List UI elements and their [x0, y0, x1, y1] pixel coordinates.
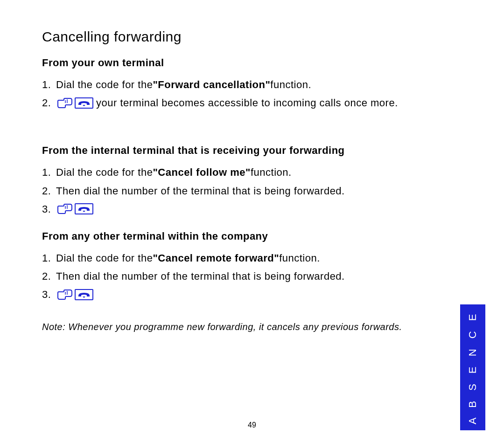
action-icons: [57, 289, 93, 300]
item-text: your terminal becomes accessible to inco…: [56, 95, 398, 111]
item-text: [56, 289, 96, 300]
list-item: 1.Dial the code for the "Cancel follow m…: [42, 164, 462, 180]
list-item: 2. your terminal becomes accessible to i…: [42, 95, 462, 111]
list-item: 2.Then dial the number of the terminal t…: [42, 183, 462, 199]
document-page: Cancelling forwarding From your own term…: [0, 0, 504, 448]
pointing-hand-icon: [57, 203, 73, 214]
item-text: Dial the code for the "Forward cancellat…: [56, 76, 311, 93]
page-title: Cancelling forwarding: [42, 29, 462, 45]
section-heading: From the internal terminal that is recei…: [42, 145, 462, 157]
list-item: 3.: [42, 286, 462, 303]
pointing-hand-icon: [57, 97, 73, 109]
item-number: 2.: [42, 95, 56, 111]
item-number: 1.: [42, 250, 56, 266]
item-text: [56, 203, 96, 214]
section-heading: From your own terminal: [42, 57, 462, 69]
section-tab-label: A B S E N C E: [467, 310, 479, 425]
item-number: 3.: [42, 286, 56, 303]
list-item: 3.: [42, 201, 462, 217]
action-icons: [57, 97, 93, 109]
hang-up-phone-icon: [75, 289, 93, 300]
item-number: 2.: [42, 183, 56, 199]
function-name: "Forward cancellation": [153, 76, 270, 93]
footer-note: Note: Whenever you programme new forward…: [42, 322, 462, 332]
item-text: Dial the code for the "Cancel remote for…: [56, 250, 320, 266]
hang-up-phone-icon: [75, 97, 93, 109]
pointing-hand-icon: [57, 289, 73, 300]
section-tab-absence: A B S E N C E: [460, 304, 485, 430]
list-item: 1.Dial the code for the "Cancel remote f…: [42, 250, 462, 266]
item-number: 2.: [42, 268, 56, 284]
page-number: 49: [248, 421, 256, 429]
item-text: Then dial the number of the terminal tha…: [56, 268, 345, 284]
function-name: "Cancel remote forward": [153, 250, 279, 266]
item-number: 3.: [42, 201, 56, 217]
svg-marker-2: [83, 105, 85, 106]
svg-marker-8: [83, 296, 85, 298]
list-item: 2.Then dial the number of the terminal t…: [42, 268, 462, 284]
item-text: Dial the code for the "Cancel follow me"…: [56, 164, 292, 180]
sections-container: From your own terminal1.Dial the code fo…: [42, 57, 462, 303]
function-name: "Cancel follow me": [153, 164, 251, 180]
item-number: 1.: [42, 76, 56, 93]
section-heading: From any other terminal within the compa…: [42, 230, 462, 242]
list-item: 1.Dial the code for the "Forward cancell…: [42, 76, 462, 93]
item-number: 1.: [42, 164, 56, 180]
item-text: Then dial the number of the terminal tha…: [56, 183, 345, 199]
hang-up-phone-icon: [75, 203, 93, 214]
action-icons: [57, 203, 93, 214]
svg-marker-5: [83, 211, 85, 212]
